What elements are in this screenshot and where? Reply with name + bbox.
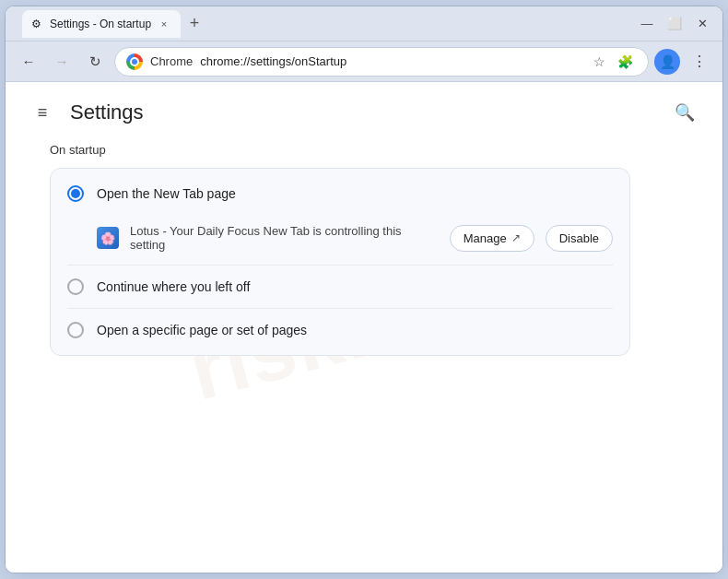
forward-button[interactable]: → — [48, 48, 76, 76]
title-bar-actions: — ⬜ ✕ — [634, 11, 715, 37]
option-new-tab[interactable]: Open the New Tab page — [51, 172, 629, 215]
extension-icon: 🌸 — [97, 227, 119, 249]
settings-search-button[interactable]: 🔍 — [669, 97, 700, 128]
address-bar-icons: ☆ 🧩 — [587, 50, 637, 74]
settings-title: Settings — [70, 100, 656, 124]
extension-icon-glyph: 🌸 — [100, 231, 115, 245]
settings-menu-button[interactable]: ≡ — [28, 98, 57, 127]
manage-button-label: Manage — [464, 231, 507, 245]
startup-options-card: Open the New Tab page 🌸 Lotus - Your Dai… — [50, 168, 630, 356]
nav-bar: ← → ↻ Chrome chrome://settings/onStartup… — [6, 41, 722, 82]
disable-button[interactable]: Disable — [546, 225, 613, 252]
browser-window: ⚙ Settings - On startup × + — ⬜ ✕ ← → ↻ … — [5, 6, 723, 573]
address-url: chrome://settings/onStartup — [200, 54, 346, 68]
radio-new-tab — [67, 185, 84, 202]
title-bar: ⚙ Settings - On startup × + — ⬜ ✕ — [6, 6, 722, 41]
close-button[interactable]: ✕ — [689, 11, 715, 37]
maximize-button[interactable]: ⬜ — [662, 11, 687, 37]
radio-specific — [67, 322, 84, 338]
tab-close-button[interactable]: × — [157, 17, 171, 31]
profile-icon: 👤 — [660, 54, 675, 69]
minimize-button[interactable]: — — [634, 11, 660, 37]
option-continue[interactable]: Continue where you left off — [51, 266, 629, 308]
manage-button[interactable]: Manage ↗ — [450, 225, 534, 252]
section-title: On startup — [50, 143, 678, 157]
browser-menu-button[interactable]: ⋮ — [686, 48, 713, 76]
radio-continue — [67, 278, 84, 295]
new-tab-button[interactable]: + — [182, 12, 206, 36]
extension-control-row: 🌸 Lotus - Your Daily Focus New Tab is co… — [51, 215, 629, 265]
radio-inner-new-tab — [71, 189, 80, 198]
address-bar[interactable]: Chrome chrome://settings/onStartup ☆ 🧩 — [114, 47, 649, 77]
active-tab[interactable]: ⚙ Settings - On startup × — [22, 10, 181, 38]
page-content: risk.com ≡ Settings 🔍 On startup Open th… — [6, 82, 722, 573]
option-continue-label: Continue where you left off — [97, 279, 250, 294]
settings-header: ≡ Settings 🔍 — [6, 82, 722, 136]
reload-button[interactable]: ↻ — [81, 48, 109, 76]
tab-title: Settings - On startup — [50, 18, 151, 30]
external-link-icon: ↗ — [511, 231, 521, 244]
option-specific-label: Open a specific page or set of pages — [97, 323, 307, 337]
extension-text: Lotus - Your Daily Focus New Tab is cont… — [130, 224, 439, 252]
tab-favicon: ⚙ — [31, 18, 44, 30]
tab-bar: ⚙ Settings - On startup × + — [22, 10, 628, 38]
chrome-logo — [126, 53, 143, 70]
settings-layout: ≡ Settings 🔍 On startup Open the New Tab… — [6, 82, 722, 378]
option-new-tab-label: Open the New Tab page — [97, 186, 236, 201]
extensions-button[interactable]: 🧩 — [613, 50, 637, 74]
bookmark-button[interactable]: ☆ — [587, 50, 611, 74]
option-specific[interactable]: Open a specific page or set of pages — [51, 309, 629, 351]
settings-body: On startup Open the New Tab page 🌸 — [6, 136, 722, 378]
profile-button[interactable]: 👤 — [654, 49, 680, 75]
chrome-label: Chrome — [150, 54, 193, 68]
back-button[interactable]: ← — [15, 48, 42, 76]
